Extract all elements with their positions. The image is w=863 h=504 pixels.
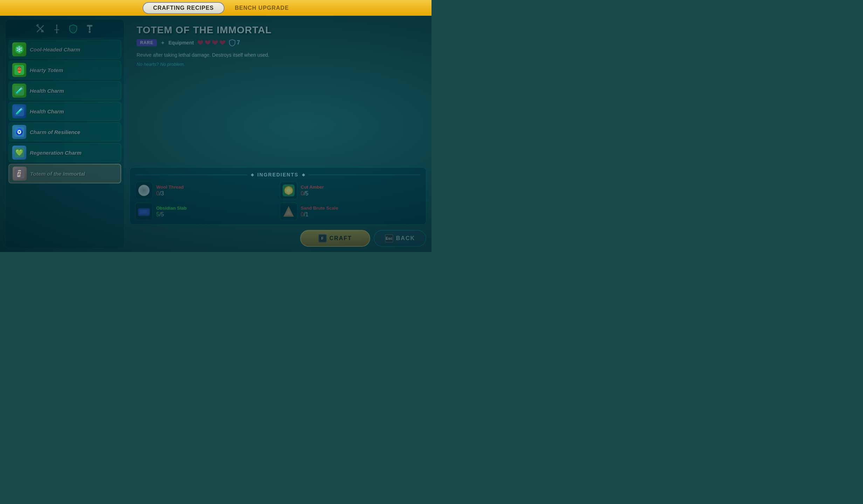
ingredients-panel: ◆ INGREDIENTS ◆ Wool Thre [130,167,426,225]
ingredient-info-cut-amber: Cut Amber 0/5 [301,184,324,197]
item-icon-totem-of-immortal: 🗿 [13,167,27,181]
ingredient-wool-thread: Wool Thread 0/3 [135,182,276,199]
item-detail: TOTEM OF THE IMMORTAL RARE ✦ Equipment [130,19,426,164]
heart-1 [197,40,203,46]
item-name-charm-of-resilience: Charm of Resilience [30,129,80,135]
shield-count: 7 [229,39,240,46]
item-name-cool-headed-charm: Cool-Headed Charm [30,47,80,52]
header-line-right [309,175,421,175]
svg-text:💚: 💚 [15,149,23,156]
count-need-wool-thread: 3 [161,190,164,196]
count-have-wool-thread: 0 [156,190,159,196]
filter-axe-icon[interactable] [35,23,46,34]
ingredient-count-obsidian-slab: 5/5 [156,211,187,218]
item-title: TOTEM OF THE IMMORTAL [137,24,419,36]
item-description: Revive after taking lethal damage. Destr… [137,51,419,59]
diamond-icon-right: ◆ [302,172,305,177]
ingredient-sand-brute-scale: Sand Brute Scale 0/1 [280,203,421,220]
heart-4 [219,40,226,46]
items-list: ❄️ Cool-Headed Charm 🏺 Hearty Totem [6,38,124,248]
back-button-label: BACK [396,235,415,241]
item-icon-health-charm-1: 🧪 [12,84,26,98]
svg-text:🧿: 🧿 [15,128,23,136]
ingredients-title: INGREDIENTS [257,172,299,177]
ingredient-info-obsidian-slab: Obsidian Slab 5/5 [156,205,187,218]
filter-bar [6,20,124,38]
item-name-health-charm-2: Health Charm [30,108,64,114]
item-name-regeneration-charm: Regeneration Charm [30,150,82,156]
item-icon-health-charm-2: 🧪 [12,104,26,118]
item-icon-charm-of-resilience: 🧿 [12,125,26,139]
svg-rect-9 [87,25,92,27]
ingredient-obsidian-slab: Obsidian Slab 5/5 [135,203,276,220]
count-have-obsidian-slab: 5 [156,211,159,217]
bottom-buttons: F CRAFT Esc BACK [130,228,426,248]
count-need-sand-brute-scale: 1 [305,211,309,217]
ingredient-count-sand-brute-scale: 0/1 [301,211,338,218]
svg-marker-6 [56,24,57,26]
svg-text:❄️: ❄️ [16,46,23,52]
item-icon-hearty-totem: 🏺 [12,63,26,77]
item-tags: RARE ✦ Equipment [137,39,419,46]
item-name-totem-of-immortal: Totem of the Immortal [30,171,85,177]
list-item-totem-of-immortal[interactable]: 🗿 Totem of the Immortal [8,164,121,183]
list-item-regeneration-charm[interactable]: 💚 Regeneration Charm [8,143,121,162]
list-item-health-charm-1[interactable]: 🧪 Health Charm [8,81,121,100]
ingredient-name-obsidian-slab: Obsidian Slab [156,205,187,211]
ingredient-info-sand-brute-scale: Sand Brute Scale 0/1 [301,205,338,218]
ingredient-icon-wool-thread [135,182,153,199]
ingredient-name-cut-amber: Cut Amber [301,184,324,190]
svg-point-10 [89,31,91,33]
heart-3 [212,40,218,46]
svg-text:🗿: 🗿 [16,170,24,177]
ingredient-name-sand-brute-scale: Sand Brute Scale [301,205,338,211]
list-item-health-charm-2[interactable]: 🧪 Health Charm [8,102,121,121]
count-need-obsidian-slab: 5 [161,211,164,217]
diamond-icon-left: ◆ [251,172,254,177]
left-panel: ❄️ Cool-Headed Charm 🏺 Hearty Totem [5,19,124,248]
ingredient-name-wool-thread: Wool Thread [156,184,184,190]
item-icon-cool-headed-charm: ❄️ [12,42,26,56]
type-badge: Equipment [168,40,194,46]
back-button[interactable]: Esc BACK [374,230,426,247]
main-content: ❄️ Cool-Headed Charm 🏺 Hearty Totem [0,16,432,252]
filter-tool-icon[interactable] [84,23,95,34]
ingredient-icon-obsidian-slab [135,203,153,220]
top-bar: CRAFTING RECIPES BENCH UPGRADE [0,0,432,16]
svg-point-27 [142,189,146,192]
svg-rect-34 [140,210,147,214]
right-panel: TOTEM OF THE IMMORTAL RARE ✦ Equipment [130,19,426,248]
craft-button-label: CRAFT [330,235,352,241]
tab-crafting-recipes[interactable]: CRAFTING RECIPES [143,2,224,14]
ingredient-cut-amber: Cut Amber 0/5 [280,182,421,199]
craft-key-indicator: F [318,234,327,243]
filter-sword-icon[interactable] [51,23,62,34]
header-line-left [135,175,247,175]
list-item-hearty-totem[interactable]: 🏺 Hearty Totem [8,61,121,79]
list-item-charm-of-resilience[interactable]: 🧿 Charm of Resilience [8,122,121,141]
svg-text:🏺: 🏺 [15,66,23,74]
svg-text:🧪: 🧪 [15,87,23,94]
item-flavor-text: No hearts? No problem. [137,62,419,67]
item-icon-regeneration-charm: 💚 [12,146,26,160]
list-item-cool-headed-charm[interactable]: ❄️ Cool-Headed Charm [8,40,121,59]
count-need-cut-amber: 5 [305,190,309,196]
svg-text:🧪: 🧪 [15,107,23,115]
ingredient-info-wool-thread: Wool Thread 0/3 [156,184,184,197]
ingredient-icon-cut-amber [280,182,297,199]
ingredients-header: ◆ INGREDIENTS ◆ [135,172,421,177]
shield-icon [229,39,235,46]
filter-shield-icon[interactable] [68,23,79,34]
heart-2 [205,40,211,46]
tab-bench-upgrade[interactable]: BENCH UPGRADE [235,5,289,11]
ingredients-grid: Wool Thread 0/3 [135,182,421,220]
svg-rect-7 [56,32,57,33]
shield-value: 7 [237,40,240,46]
hearts-container [197,40,226,46]
ingredient-count-wool-thread: 0/3 [156,190,184,197]
item-name-hearty-totem: Hearty Totem [30,67,63,73]
ingredient-count-cut-amber: 0/5 [301,190,324,197]
item-name-health-charm-1: Health Charm [30,88,64,94]
craft-button[interactable]: F CRAFT [300,230,370,247]
rarity-badge: RARE [137,39,157,46]
